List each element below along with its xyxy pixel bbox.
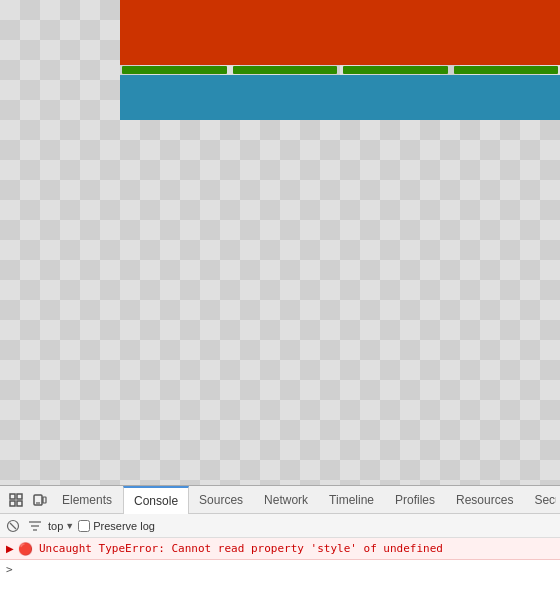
- console-toolbar: top ▼ Preserve log: [0, 514, 560, 538]
- tab-network[interactable]: Network: [254, 486, 319, 514]
- green-tab-4: [454, 66, 559, 74]
- inspect-element-icon[interactable]: [4, 488, 28, 512]
- tab-resources[interactable]: Resources: [446, 486, 524, 514]
- webpage-area: [0, 0, 560, 485]
- devtools-tabs: Elements Console Sources Network Timelin…: [52, 486, 556, 514]
- tab-timeline[interactable]: Timeline: [319, 486, 385, 514]
- console-error-row[interactable]: ▶ 🔴 Uncaught TypeError: Cannot read prop…: [0, 538, 560, 560]
- dropdown-arrow-icon: ▼: [65, 521, 74, 531]
- console-output: ▶ 🔴 Uncaught TypeError: Cannot read prop…: [0, 538, 560, 598]
- tab-profiles[interactable]: Profiles: [385, 486, 446, 514]
- webpage-blue-bar: [120, 75, 560, 120]
- error-expand-icon: ▶: [6, 543, 14, 554]
- filter-context-select[interactable]: top ▼: [48, 520, 74, 532]
- preserve-log-label[interactable]: Preserve log: [78, 520, 155, 532]
- webpage-green-tabs: [120, 65, 560, 75]
- tab-sources[interactable]: Sources: [189, 486, 254, 514]
- svg-rect-5: [43, 497, 46, 503]
- webpage-red-bar: [120, 0, 560, 65]
- error-icon: 🔴: [18, 542, 33, 556]
- tab-elements[interactable]: Elements: [52, 486, 123, 514]
- svg-rect-0: [10, 494, 15, 499]
- preserve-log-checkbox[interactable]: [78, 520, 90, 532]
- svg-rect-1: [17, 494, 22, 499]
- tab-console[interactable]: Console: [123, 486, 189, 514]
- svg-line-8: [10, 523, 16, 529]
- console-filter-button[interactable]: [26, 517, 44, 535]
- console-clear-button[interactable]: [4, 517, 22, 535]
- device-icon[interactable]: [28, 488, 52, 512]
- devtools-tab-bar: Elements Console Sources Network Timelin…: [0, 486, 560, 514]
- green-tab-1: [122, 66, 227, 74]
- error-message: Uncaught TypeError: Cannot read property…: [39, 541, 443, 556]
- green-tab-3: [343, 66, 448, 74]
- browser-content: Elements Console Sources Network Timelin…: [0, 0, 560, 598]
- tab-security[interactable]: Security: [524, 486, 556, 514]
- devtools-panel: Elements Console Sources Network Timelin…: [0, 485, 560, 598]
- svg-rect-3: [17, 501, 22, 506]
- console-empty-row: >: [0, 560, 560, 579]
- svg-rect-2: [10, 501, 15, 506]
- green-tab-2: [233, 66, 338, 74]
- console-prompt-icon: >: [6, 563, 13, 576]
